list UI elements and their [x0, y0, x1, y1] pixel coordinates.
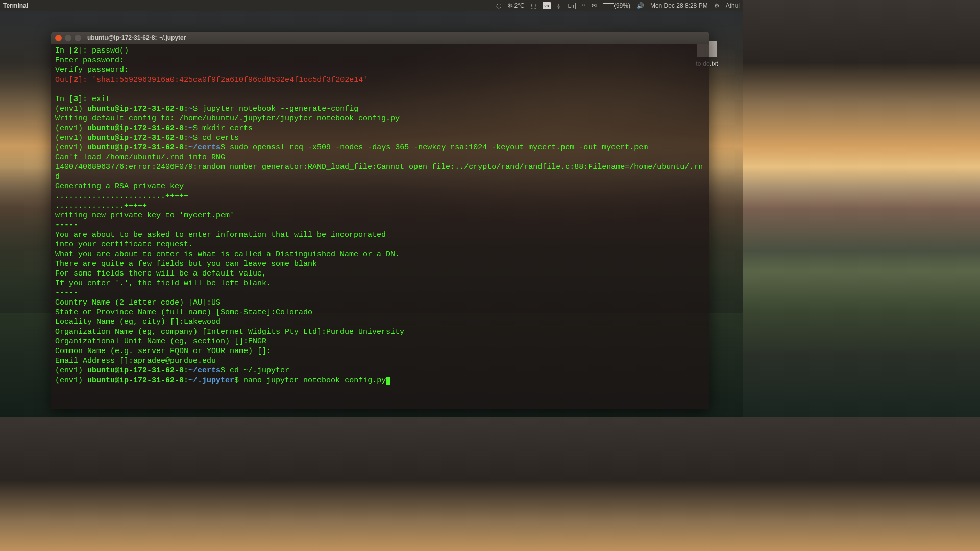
close-button[interactable]	[55, 35, 62, 41]
bluetooth-icon[interactable]: ⌔	[582, 2, 585, 9]
maximize-button[interactable]	[75, 35, 81, 41]
session-gear-icon[interactable]: ⚙	[714, 2, 720, 9]
window-title: ubuntu@ip-172-31-62-8: ~/.jupyter	[87, 34, 186, 41]
weather-indicator[interactable]: ❄ -2°C	[507, 2, 525, 9]
window-titlebar[interactable]: ubuntu@ip-172-31-62-8: ~/.jupyter	[51, 32, 709, 44]
active-app-menu[interactable]: Terminal	[3, 2, 28, 9]
calendar-icon[interactable]: 28	[543, 2, 551, 9]
clock[interactable]: Mon Dec 28 8:28 PM	[650, 2, 708, 9]
terminal-content[interactable]: In [2]: passwd() Enter password: Verify …	[51, 44, 709, 409]
user-menu[interactable]: Athul	[726, 2, 740, 9]
battery-indicator[interactable]: (99%)	[603, 2, 630, 9]
mail-icon[interactable]: ✉	[592, 2, 597, 9]
volume-icon[interactable]: 🔊	[636, 2, 644, 9]
wifi-icon[interactable]: ⏚	[557, 2, 560, 9]
lightbulb-icon[interactable]: ◌	[496, 2, 501, 9]
system-menubar: Terminal ◌ ❄ -2°C ⬚ 28 ⏚ En ⌔ ✉ (99%) 🔊 …	[0, 0, 743, 11]
keyboard-indicator[interactable]: En	[567, 3, 576, 9]
terminal-window[interactable]: ubuntu@ip-172-31-62-8: ~/.jupyter In [2]…	[51, 32, 709, 409]
dropbox-icon[interactable]: ⬚	[531, 2, 536, 9]
minimize-button[interactable]	[65, 35, 71, 41]
terminal-cursor	[386, 377, 390, 385]
